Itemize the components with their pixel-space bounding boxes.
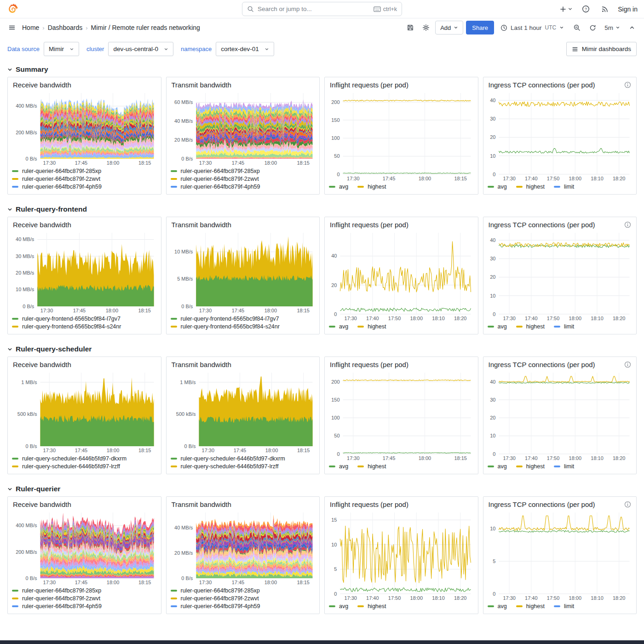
legend-item[interactable]: ruler-querier-664fbc879f-285xp (12, 168, 157, 174)
legend-item[interactable]: ruler-querier-664fbc879f-4ph59 (171, 184, 316, 190)
legend-item[interactable]: highest (516, 323, 545, 330)
legend-item[interactable]: avg (329, 323, 348, 330)
panel-title[interactable]: Receive bandwidth (13, 221, 71, 229)
legend-item[interactable]: ruler-querier-664fbc879f-2zwvt (171, 176, 316, 182)
legend-item[interactable]: highest (357, 323, 386, 330)
legend-item[interactable]: ruler-query-scheduler-6446b5fd97-lrzff (171, 463, 316, 470)
chart-canvas[interactable]: 0 B/s500 kB/s1 MB/s17:3017:4518:0018:15 (12, 370, 157, 454)
legend-item[interactable]: ruler-query-scheduler-6446b5fd97-dkxrm (12, 455, 157, 462)
breadcrumb-dashboards[interactable]: Dashboards (48, 24, 83, 31)
panel-title[interactable]: Transmit bandwidth (172, 81, 231, 89)
panel-title[interactable]: Transmit bandwidth (172, 221, 231, 229)
legend-item[interactable]: highest (357, 463, 386, 470)
search-input[interactable]: Search or jump to... ctrl+k (242, 2, 402, 16)
legend-item[interactable]: ruler-query-frontend-6565bc9f84-s24nr (12, 323, 157, 330)
legend-item[interactable]: ruler-query-frontend-6565bc9f84-l7gv7 (12, 316, 157, 322)
namespace-dropdown[interactable]: cortex-dev-01 (216, 42, 274, 56)
legend-item[interactable]: highest (357, 603, 386, 610)
legend-item[interactable]: ruler-query-frontend-6565bc9f84-l7gv7 (171, 316, 316, 322)
panel-title[interactable]: Ingress TCP connections (per pod) (489, 81, 595, 89)
chart-canvas[interactable]: 0 B/s500 kB/s1 MB/s17:3017:4518:0018:15 (171, 370, 316, 454)
legend-item[interactable]: limit (554, 463, 574, 470)
panel-title[interactable]: Transmit bandwidth (172, 500, 231, 508)
legend-item[interactable]: ruler-query-scheduler-6446b5fd97-lrzff (12, 463, 157, 470)
refresh-interval-dropdown[interactable]: 5m (602, 21, 623, 34)
legend-item[interactable]: ruler-query-frontend-6565bc9f84-s24nr (171, 323, 316, 330)
panel-title[interactable]: Inflight requests (per pod) (330, 81, 408, 89)
legend-item[interactable]: avg (329, 603, 348, 610)
chart-canvas[interactable]: 0 B/s200 MB/s400 MB/s17:3017:4518:0018:1… (12, 510, 157, 586)
save-dashboard-button[interactable] (404, 21, 417, 34)
info-icon[interactable] (624, 501, 631, 508)
chart-canvas[interactable]: 0 B/s20 MB/s40 MB/s60 MB/s17:3017:4518:0… (171, 90, 316, 167)
panel-title[interactable]: Inflight requests (per pod) (330, 361, 408, 368)
zoom-out-time-button[interactable] (570, 21, 583, 34)
panel-title[interactable]: Ingress TCP connections (per pod) (489, 221, 595, 229)
info-icon[interactable] (624, 221, 631, 228)
help-button[interactable]: ? (579, 3, 592, 16)
legend-item[interactable]: limit (554, 323, 574, 330)
chart-canvas[interactable]: 0 B/s10 MB/s20 MB/s30 MB/s40 MB/s17:3017… (12, 230, 157, 314)
legend-item[interactable]: highest (516, 463, 545, 470)
panel-title[interactable]: Inflight requests (per pod) (330, 500, 408, 508)
chart-canvas[interactable]: 01020304017:3017:4017:5018:0018:1018:20 (488, 90, 632, 182)
panel-title[interactable]: Inflight requests (per pod) (330, 221, 408, 229)
chart-canvas[interactable]: 0204017:3017:4017:5018:0018:1018:20 (329, 230, 474, 322)
chart-canvas[interactable]: 0 B/s5 MB/s10 MB/s17:3017:4518:0018:15 (171, 230, 316, 314)
breadcrumb-home[interactable]: Home (22, 24, 39, 31)
new-button[interactable] (559, 6, 573, 13)
dashboard-settings-button[interactable] (420, 21, 432, 34)
datasource-dropdown[interactable]: Mimir (44, 42, 79, 56)
legend-item[interactable]: avg (329, 463, 348, 470)
panel-title[interactable]: Ingress TCP connections (per pod) (489, 500, 595, 508)
info-icon[interactable] (624, 81, 631, 88)
chart-canvas[interactable]: 05010015020017:3017:4518:0018:15 (329, 370, 474, 462)
legend-item[interactable]: avg (488, 603, 507, 610)
legend-item[interactable]: ruler-query-scheduler-6446b5fd97-dkxrm (171, 455, 316, 462)
section-toggle-summary[interactable]: Summary (7, 62, 637, 77)
chart-canvas[interactable]: 0 B/s200 MB/s400 MB/s17:3017:4518:0018:1… (12, 90, 157, 167)
mimir-dashboards-button[interactable]: Mimir dashboards (566, 42, 637, 56)
info-icon[interactable] (624, 361, 631, 368)
legend-item[interactable]: avg (488, 463, 507, 470)
legend-item[interactable]: ruler-querier-664fbc879f-2zwvt (12, 595, 157, 602)
legend-item[interactable]: avg (329, 184, 348, 190)
grafana-logo[interactable] (6, 3, 19, 16)
legend-item[interactable]: ruler-querier-664fbc879f-285xp (12, 587, 157, 594)
sign-in-link[interactable]: Sign in (618, 6, 638, 13)
panel-title[interactable]: Receive bandwidth (13, 361, 71, 368)
panel-title[interactable]: Receive bandwidth (13, 500, 71, 508)
chart-canvas[interactable]: 01020304017:3017:4017:5018:0018:1018:20 (488, 370, 632, 462)
legend-item[interactable]: ruler-querier-664fbc879f-4ph59 (12, 603, 157, 610)
refresh-button[interactable] (586, 21, 599, 34)
legend-item[interactable]: limit (554, 603, 574, 610)
legend-item[interactable]: highest (516, 603, 545, 610)
legend-item[interactable]: limit (554, 184, 574, 190)
section-toggle-ruler-querier[interactable]: Ruler-querier (7, 482, 637, 496)
chart-canvas[interactable]: 051017:3017:4017:5018:0018:1018:20 (488, 510, 632, 602)
chart-canvas[interactable]: 05101517:3017:4017:5018:0018:1018:20 (329, 510, 474, 602)
time-range-picker[interactable]: Last 1 hour UTC (497, 21, 568, 34)
section-toggle-ruler-query-scheduler[interactable]: Ruler-query-scheduler (7, 342, 637, 356)
mega-menu-toggle[interactable] (6, 21, 18, 34)
share-button[interactable]: Share (466, 21, 494, 34)
legend-item[interactable]: ruler-querier-664fbc879f-4ph59 (171, 603, 316, 610)
legend-item[interactable]: ruler-querier-664fbc879f-4ph59 (12, 184, 157, 190)
chart-canvas[interactable]: 0 B/s20 MB/s40 MB/s17:3017:4518:0018:15 (171, 510, 316, 586)
cluster-dropdown[interactable]: dev-us-central-0 (108, 42, 173, 56)
add-button[interactable]: Add (435, 21, 463, 34)
section-toggle-ruler-query-frontend[interactable]: Ruler-query-frontend (7, 202, 637, 217)
legend-item[interactable]: avg (488, 323, 507, 330)
collapse-toolbar-button[interactable] (626, 21, 638, 34)
legend-item[interactable]: ruler-querier-664fbc879f-2zwvt (12, 176, 157, 182)
panel-title[interactable]: Receive bandwidth (13, 81, 71, 89)
panel-title[interactable]: Ingress TCP connections (per pod) (489, 361, 595, 368)
legend-item[interactable]: highest (357, 184, 386, 190)
legend-item[interactable]: highest (516, 184, 545, 190)
legend-item[interactable]: ruler-querier-664fbc879f-285xp (171, 168, 316, 174)
legend-item[interactable]: avg (488, 184, 507, 190)
legend-item[interactable]: ruler-querier-664fbc879f-2zwvt (171, 595, 316, 602)
chart-canvas[interactable]: 01020304017:3017:4017:5018:0018:1018:20 (488, 230, 632, 322)
panel-title[interactable]: Transmit bandwidth (172, 361, 231, 368)
news-button[interactable] (598, 3, 611, 16)
